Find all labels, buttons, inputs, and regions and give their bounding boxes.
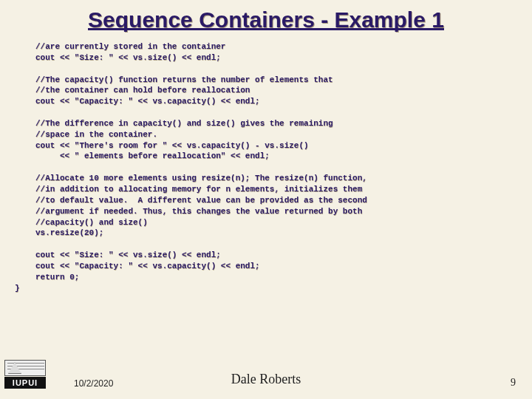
slide: Sequence Containers - Example 1 //are cu… <box>0 0 532 399</box>
slide-title: Sequence Containers - Example 1 <box>0 0 532 33</box>
code-body: //are currently stored in the container … <box>35 42 367 282</box>
footer-author: Dale Roberts <box>0 372 532 387</box>
slide-title-text: Sequence Containers - Example 1 <box>88 7 444 33</box>
page-number: 9 <box>511 377 516 389</box>
code-closing-brace: } <box>15 284 20 293</box>
footer: IUPUI 10/2/2020 Dale Roberts 9 <box>0 368 532 392</box>
code-block: //are currently stored in the container … <box>0 33 532 293</box>
